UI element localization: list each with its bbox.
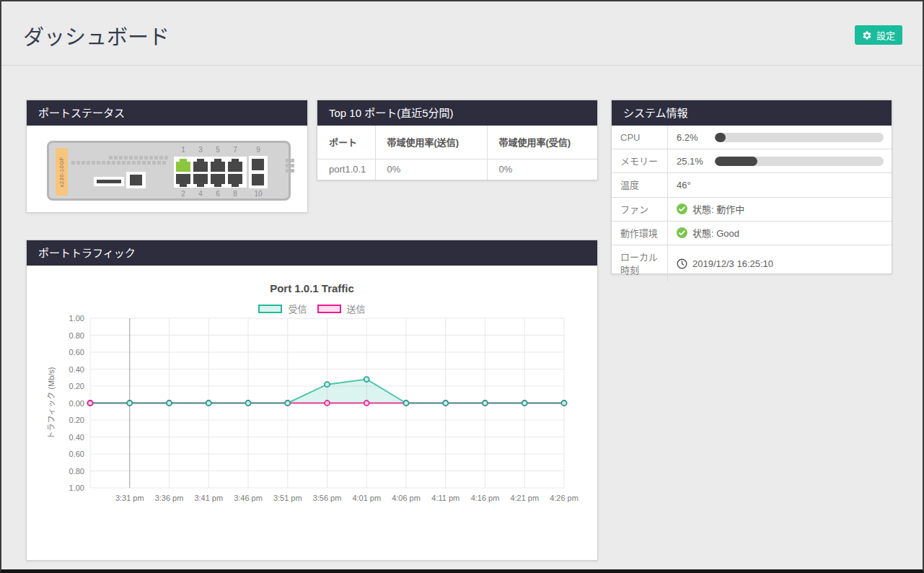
page-header: ダッシュボード 設定: [1, 1, 923, 66]
rx-point[interactable]: [127, 401, 132, 406]
rx-point[interactable]: [483, 401, 488, 406]
system-label: メモリー: [612, 149, 668, 172]
rx-point[interactable]: [206, 401, 211, 406]
status-led: [286, 164, 289, 167]
gear-icon: [862, 30, 872, 40]
status-led: [109, 156, 113, 159]
port-1[interactable]: [176, 162, 190, 172]
status-led: [152, 161, 156, 165]
status-led: [157, 161, 161, 165]
status-led: [124, 156, 128, 159]
top10-table: ポート帯域使用率(送信)帯域使用率(受信) port1.0.10%0%: [317, 126, 597, 180]
rx-point[interactable]: [443, 401, 448, 406]
y-tick-label: 0.60: [69, 348, 84, 357]
status-led: [122, 161, 126, 165]
port-number-6: 6: [211, 190, 225, 198]
port-number-8: 8: [228, 190, 242, 198]
y-tick-label: 0.80: [69, 467, 84, 476]
rx-point[interactable]: [364, 377, 369, 382]
system-value: 6.2%: [677, 132, 710, 143]
clock-icon: [677, 258, 687, 269]
settings-button[interactable]: 設定: [855, 25, 902, 45]
legend-swatch: [258, 305, 282, 313]
rx-point[interactable]: [325, 382, 330, 387]
top10-table-header-row: ポート帯域使用率(送信)帯域使用率(受信): [317, 126, 597, 159]
rx-point[interactable]: [562, 401, 567, 406]
status-led: [291, 159, 294, 162]
system-value: 46°: [677, 180, 691, 191]
chart-title: Port 1.0.1 Traffic: [27, 282, 597, 294]
y-tick-label: 1.00: [69, 484, 84, 492]
top10-cell: 0%: [375, 159, 487, 180]
port-2[interactable]: [176, 174, 190, 184]
settings-button-label: 設定: [876, 28, 895, 42]
dashboard-page: ダッシュボード 設定 ポートステータス x230-10GP 1234567891…: [0, 0, 924, 573]
system-info-row: ファン 状態: 動作中: [612, 197, 892, 221]
panel-system-title: システム情報: [612, 100, 892, 126]
status-led: [107, 161, 110, 165]
panel-system-info: システム情報 CPU 6.2% メモリー 25.1% 温度 46°ファン 状態:…: [611, 100, 892, 274]
status-led: [154, 156, 158, 159]
x-tick-label: 3:56 pm: [313, 494, 342, 502]
panel-port-status-title: ポートステータス: [27, 100, 307, 126]
tx-point-first[interactable]: [88, 401, 93, 406]
top10-column-header: ポート: [317, 126, 375, 159]
x-tick-label: 4:26 pm: [550, 494, 578, 502]
status-led: [102, 161, 105, 165]
tx-point[interactable]: [325, 401, 330, 406]
system-info-row: ローカル時刻 2019/12/3 16:25:10: [612, 245, 892, 281]
panel-top10-title: Top 10 ポート(直近5分間): [317, 100, 597, 126]
traffic-chart[interactable]: 1.000.800.600.400.200.000.200.400.600.80…: [27, 312, 599, 529]
status-led: [149, 156, 153, 159]
port-9[interactable]: [252, 159, 264, 170]
status-led: [127, 161, 131, 165]
system-label: ファン: [612, 198, 668, 221]
status-led: [92, 161, 95, 165]
top10-column-header: 帯域使用率(受信): [487, 126, 597, 159]
panel-top10-ports: Top 10 ポート(直近5分間) ポート帯域使用率(送信)帯域使用率(受信) …: [317, 100, 598, 180]
port-number-10: 10: [251, 190, 265, 198]
port-number-5: 5: [211, 146, 225, 154]
status-led: [71, 161, 75, 165]
port-10[interactable]: [252, 174, 264, 185]
status-led: [142, 161, 146, 165]
system-info-row: 動作環境 状態: Good: [612, 221, 892, 245]
status-led: [119, 156, 123, 159]
port-6[interactable]: [211, 174, 225, 184]
panel-traffic-title: ポートトラフィック: [27, 240, 597, 266]
x-tick-label: 4:21 pm: [510, 494, 539, 502]
port-7[interactable]: [228, 162, 242, 172]
port-5[interactable]: [211, 162, 225, 172]
status-led: [132, 161, 136, 165]
usage-bar: [715, 133, 884, 142]
x-tick-label: 4:01 pm: [352, 494, 381, 502]
rx-point[interactable]: [246, 401, 251, 406]
rx-point[interactable]: [404, 401, 409, 406]
panel-port-traffic: ポートトラフィック Port 1.0.1 Traffic 受信 送信 1.000…: [26, 240, 598, 561]
tx-point[interactable]: [364, 401, 369, 406]
y-tick-label: 0.40: [69, 365, 84, 374]
status-led: [114, 156, 118, 159]
status-led: [76, 161, 80, 165]
y-axis-title: トラフィック (Mb/s): [47, 367, 56, 439]
panel-port-status: ポートステータス x230-10GP 12345678910: [26, 100, 308, 213]
port-3[interactable]: [193, 162, 208, 172]
system-info-row: 温度 46°: [612, 172, 892, 196]
status-led: [291, 169, 294, 172]
system-label: CPU: [612, 126, 668, 149]
top10-column-header: 帯域使用率(送信): [375, 126, 487, 159]
system-label: ローカル時刻: [612, 245, 668, 281]
rx-point[interactable]: [167, 401, 172, 406]
y-tick-label: 1.00: [69, 314, 84, 323]
y-tick-label: 0.60: [69, 450, 84, 458]
y-tick-label: 0.20: [69, 382, 84, 390]
console-port: [130, 175, 142, 185]
port-4[interactable]: [193, 174, 208, 184]
rx-point[interactable]: [522, 401, 527, 406]
rx-point[interactable]: [285, 401, 290, 406]
top10-cell: 0%: [487, 159, 597, 180]
port-8[interactable]: [228, 174, 242, 184]
port-number-7: 7: [228, 146, 242, 154]
status-led: [87, 161, 90, 165]
port-number-4: 4: [193, 190, 208, 198]
